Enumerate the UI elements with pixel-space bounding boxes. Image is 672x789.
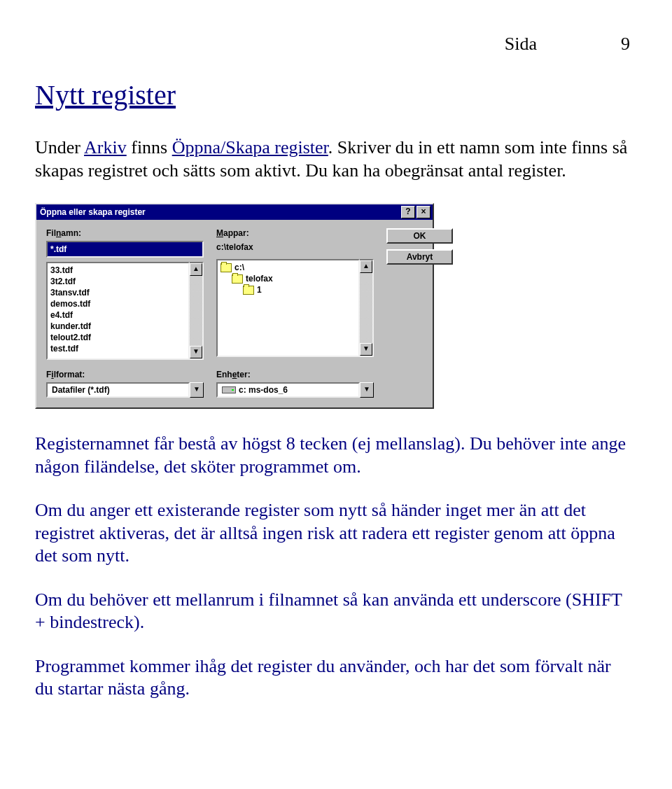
- foldertree-wrap: c:\ telofax 1 ▲ ▼: [216, 259, 374, 357]
- drives-label: Enheter:: [216, 370, 374, 379]
- section-title: Nytt register: [35, 78, 630, 111]
- list-item[interactable]: test.tdf: [48, 343, 188, 354]
- page-header: Sida 9: [35, 34, 630, 55]
- foldertree-scrollbar[interactable]: ▲ ▼: [360, 259, 374, 357]
- dialog-body: Filnamn: *.tdf 33.tdf 3t2.tdf 3tansv.tdf…: [36, 220, 433, 407]
- folder-open-icon: [232, 274, 243, 284]
- scroll-down-icon[interactable]: ▼: [190, 346, 202, 358]
- dialog-bottom-row: Filformat: Datafiler (*.tdf) ▼ Enheter: …: [46, 370, 453, 398]
- file-listbox[interactable]: 33.tdf 3t2.tdf 3tansv.tdf demos.tdf e4.t…: [46, 262, 190, 360]
- scroll-track[interactable]: [360, 273, 372, 343]
- help-button[interactable]: ?: [401, 206, 415, 218]
- folder-open-icon: [220, 263, 232, 272]
- list-item[interactable]: 3t2.tdf: [48, 276, 188, 287]
- intro-arkiv: Arkiv: [84, 137, 127, 158]
- page-label: Sida: [505, 34, 537, 55]
- paragraph-3: Om du anger ett existerande register som…: [35, 499, 630, 568]
- filename-column: Filnamn: *.tdf 33.tdf 3t2.tdf 3tansv.tdf…: [46, 228, 204, 360]
- list-item[interactable]: 33.tdf: [48, 265, 188, 276]
- page-number: 9: [621, 34, 630, 55]
- list-item[interactable]: 3tansv.tdf: [48, 287, 188, 298]
- drive-icon: [222, 386, 236, 393]
- list-item[interactable]: e4.tdf: [48, 309, 188, 321]
- dialog-title: Öppna eller skapa register: [38, 207, 401, 217]
- scroll-up-icon[interactable]: ▲: [190, 263, 202, 276]
- fileformat-value: Datafiler (*.tdf): [46, 382, 190, 398]
- chevron-down-icon[interactable]: ▼: [190, 382, 204, 398]
- folder-icon: [243, 286, 254, 295]
- close-button[interactable]: ×: [416, 206, 430, 218]
- folders-label: Mappar:: [216, 228, 374, 238]
- scroll-down-icon[interactable]: ▼: [360, 343, 372, 356]
- filename-value: *.tdf: [50, 244, 66, 254]
- titlebar-buttons: ? ×: [401, 206, 430, 218]
- dialog-titlebar: Öppna eller skapa register ? ×: [36, 204, 433, 220]
- tree-label: c:\: [234, 262, 244, 273]
- drives-combo[interactable]: c: ms-dos_6 ▼: [216, 382, 374, 398]
- drives-group: Enheter: c: ms-dos_6 ▼: [216, 370, 374, 398]
- scroll-up-icon[interactable]: ▲: [360, 260, 372, 273]
- dialog-window: Öppna eller skapa register ? × Filnamn: …: [35, 203, 434, 409]
- intro-pre: Under: [35, 137, 84, 158]
- intro-mid1: finns: [127, 137, 172, 158]
- button-column: OK Avbryt: [386, 228, 453, 360]
- list-item[interactable]: demos.tdf: [48, 298, 188, 309]
- fileformat-group: Filformat: Datafiler (*.tdf) ▼: [46, 370, 204, 398]
- paragraph-5: Programmet kommer ihåg det register du a…: [35, 655, 630, 701]
- chevron-down-icon[interactable]: ▼: [360, 382, 374, 398]
- filename-label: Filnamn:: [46, 228, 204, 238]
- intro-oppna: Öppna/Skapa register: [172, 137, 328, 158]
- filename-input[interactable]: *.tdf: [46, 241, 204, 258]
- paragraph-2: Registernamnet får bestå av högst 8 teck…: [35, 433, 630, 478]
- cancel-button[interactable]: Avbryt: [386, 249, 453, 265]
- filelist-scrollbar[interactable]: ▲ ▼: [190, 262, 204, 360]
- list-item[interactable]: telout2.tdf: [48, 332, 188, 343]
- ok-button[interactable]: OK: [386, 228, 453, 244]
- filelist-wrap: 33.tdf 3t2.tdf 3tansv.tdf demos.tdf e4.t…: [46, 262, 204, 360]
- current-path: c:\telofax: [216, 241, 374, 255]
- tree-item[interactable]: telofax: [218, 273, 358, 284]
- tree-item[interactable]: 1: [218, 284, 358, 295]
- drives-value: c: ms-dos_6: [216, 382, 360, 398]
- scroll-track[interactable]: [190, 276, 202, 346]
- tree-item[interactable]: c:\: [218, 262, 358, 273]
- paragraph-4: Om du behöver ett mellanrum i filnamnet …: [35, 589, 630, 634]
- fileformat-label: Filformat:: [46, 370, 204, 379]
- tree-label: telofax: [246, 273, 273, 284]
- tree-label: 1: [257, 284, 262, 295]
- folders-column: Mappar: c:\telofax c:\ telofax: [216, 228, 374, 360]
- dialog-screenshot: Öppna eller skapa register ? × Filnamn: …: [35, 203, 434, 409]
- fileformat-combo[interactable]: Datafiler (*.tdf) ▼: [46, 382, 204, 398]
- list-item[interactable]: kunder.tdf: [48, 321, 188, 332]
- intro-paragraph: Under Arkiv finns Öppna/Skapa register. …: [35, 137, 630, 182]
- folder-tree[interactable]: c:\ telofax 1: [216, 259, 360, 357]
